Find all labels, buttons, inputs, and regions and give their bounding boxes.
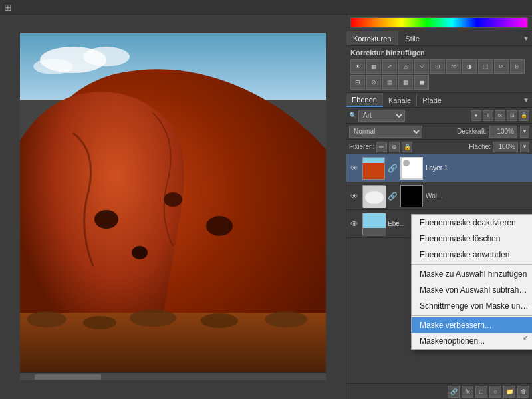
ctx-item-refine-mask[interactable]: Maske verbessern... <box>412 317 532 333</box>
layer-item-1[interactable]: 👁 🔗 Layer 1 <box>346 154 532 182</box>
tb-mask-btn[interactable]: □ <box>475 386 487 398</box>
canvas-hscroll[interactable] <box>20 372 326 380</box>
ctx-item-deactivate[interactable]: Ebenenmaske deaktivieren <box>412 215 532 231</box>
corr-icon-curves[interactable]: ↗ <box>382 59 397 74</box>
layer-2-eye[interactable]: 👁 <box>349 191 360 201</box>
blend-row: Normal Deckkraft: 100% ▼ <box>346 124 532 140</box>
ctx-cursor-indicator: ↙ <box>523 333 529 342</box>
corr-icon-vibrance[interactable]: ▽ <box>414 59 429 74</box>
corr-icon-channel[interactable]: ⟳ <box>494 59 509 74</box>
canvas-image <box>20 33 326 372</box>
ctx-item-apply[interactable]: Ebenenmaske anwenden <box>412 247 532 263</box>
tab-korrekturen[interactable]: Korrekturen <box>346 31 398 45</box>
filter-icon-1[interactable]: ● <box>471 110 481 121</box>
layer-3-eye[interactable]: 👁 <box>349 219 360 229</box>
blend-mode-select[interactable]: Normal <box>349 126 422 138</box>
context-menu: Ebenenmaske deaktivieren Ebenenmaske lös… <box>411 214 532 350</box>
corr-icon-bw[interactable]: ◑ <box>462 59 477 74</box>
corr-icon-colorbalance[interactable]: ⚖ <box>446 59 461 74</box>
flaeche-label: Fläche: <box>469 143 491 150</box>
svg-point-5 <box>164 192 182 207</box>
ctx-item-intersect[interactable]: Schnittmenge von Maske und... <box>412 298 532 314</box>
ctx-item-add-to-selection[interactable]: Maske zu Auswahl hinzufügen <box>412 266 532 282</box>
tab-stile[interactable]: Stile <box>398 31 426 45</box>
layer-2-thumb <box>362 185 385 207</box>
tab-pfade[interactable]: Pfade <box>417 93 447 107</box>
svg-point-17 <box>365 191 384 204</box>
corr-icon-brightness[interactable]: ☀ <box>350 59 365 74</box>
hscroll-thumb[interactable] <box>35 374 101 380</box>
layers-panel-menu[interactable]: ▼ <box>520 93 532 107</box>
opacity-stepper[interactable]: ▼ <box>520 126 529 138</box>
corr-icon-exposure[interactable]: △ <box>398 59 413 74</box>
top-strip-icon: ⊞ <box>4 2 12 13</box>
svg-point-11 <box>130 309 176 327</box>
fix-btn-2[interactable]: ⊕ <box>389 142 400 152</box>
fix-btn-1[interactable]: ✏ <box>376 142 387 152</box>
filter-type-select[interactable]: Art <box>358 110 405 122</box>
filter-icon-3[interactable]: fx <box>495 110 505 121</box>
tab-kanaele[interactable]: Kanäle <box>383 93 417 107</box>
flaeche-input[interactable]: 100% <box>493 142 518 152</box>
svg-point-3 <box>33 59 73 74</box>
fix-label: Fixieren: <box>349 143 374 150</box>
layer-1-name: Layer 1 <box>426 164 529 172</box>
svg-rect-14 <box>363 158 385 163</box>
korrekturen-tabs: Korrekturen Stile ▼ <box>346 31 532 46</box>
opacity-label: Deckkraft: <box>457 128 487 135</box>
correction-title: Korrektur hinzufügen <box>350 49 528 57</box>
svg-point-12 <box>201 313 238 328</box>
svg-rect-19 <box>363 228 386 236</box>
layer-3-thumb <box>362 213 385 235</box>
tb-delete-btn[interactable]: 🗑 <box>517 386 529 398</box>
svg-point-13 <box>265 311 307 327</box>
svg-point-6 <box>206 216 233 236</box>
corr-icon-photo[interactable]: ⬚ <box>478 59 493 74</box>
filter-search-icon: 🔍 <box>349 112 357 119</box>
tab-ebenen[interactable]: Ebenen <box>346 93 383 107</box>
tb-group-btn[interactable]: 📁 <box>503 386 515 398</box>
tb-fx-btn[interactable]: fx <box>462 386 473 398</box>
layer-1-thumb <box>362 157 385 180</box>
svg-point-10 <box>83 316 116 329</box>
layer-mask-chain-1: 🔗 <box>388 164 398 173</box>
opacity-input[interactable]: 100% <box>489 126 517 138</box>
layer-mask-chain-2: 🔗 <box>388 192 398 201</box>
corr-icon-threshold[interactable]: ▦ <box>398 75 413 90</box>
flaeche-stepper[interactable]: ▼ <box>520 142 529 152</box>
layer-1-eye[interactable]: 👁 <box>349 163 360 174</box>
corr-icon-selective[interactable]: ⊟ <box>350 75 365 90</box>
fix-btn-3[interactable]: 🔒 <box>402 142 412 152</box>
svg-point-7 <box>132 246 148 259</box>
layers-toolbar: 🔗 fx □ ○ 📁 🗑 <box>346 383 532 399</box>
canvas-wrapper <box>20 33 326 372</box>
filter-icon-2[interactable]: T <box>483 110 493 121</box>
ctx-item-mask-options[interactable]: Maskenoptionen... <box>412 333 532 349</box>
layer-2-name: Wol... <box>426 192 529 200</box>
fix-row: Fixieren: ✏ ⊕ 🔒 Fläche: 100% ▼ <box>346 140 532 154</box>
gradient-section <box>346 15 532 31</box>
panel-menu-btn[interactable]: ▼ <box>520 31 532 45</box>
svg-point-4 <box>94 210 118 229</box>
tb-adjustment-btn[interactable]: ○ <box>489 386 501 398</box>
svg-point-2 <box>83 47 130 66</box>
layers-tabs-bar: Ebenen Kanäle Pfade ▼ <box>346 93 532 108</box>
corr-icon-invert[interactable]: ⊘ <box>366 75 381 90</box>
corr-icon-levels[interactable]: ▦ <box>366 59 381 74</box>
layer-2-mask <box>400 185 423 207</box>
corr-icon-gradient[interactable]: ⊞ <box>510 59 525 74</box>
ctx-item-delete[interactable]: Ebenenmaske löschen <box>412 231 532 247</box>
corr-icon-gradient2[interactable]: ◼ <box>414 75 429 90</box>
ctx-item-subtract[interactable]: Maske von Auswahl subtrahie... <box>412 282 532 298</box>
filter-icon-5[interactable]: 🔒 <box>519 110 529 121</box>
gradient-bar <box>350 17 528 28</box>
top-strip: ⊞ <box>0 0 532 15</box>
svg-point-9 <box>27 311 66 327</box>
tb-link-btn[interactable]: 🔗 <box>448 386 460 398</box>
corr-icon-hsl[interactable]: ⊡ <box>430 59 445 74</box>
corr-icon-posterize[interactable]: ▤ <box>382 75 397 90</box>
layer-1-mask <box>400 157 423 180</box>
layer-item-2[interactable]: 👁 🔗 Wol... <box>346 182 532 210</box>
filter-icon-4[interactable]: ⊡ <box>507 110 517 121</box>
ctx-separator-1 <box>412 264 532 265</box>
